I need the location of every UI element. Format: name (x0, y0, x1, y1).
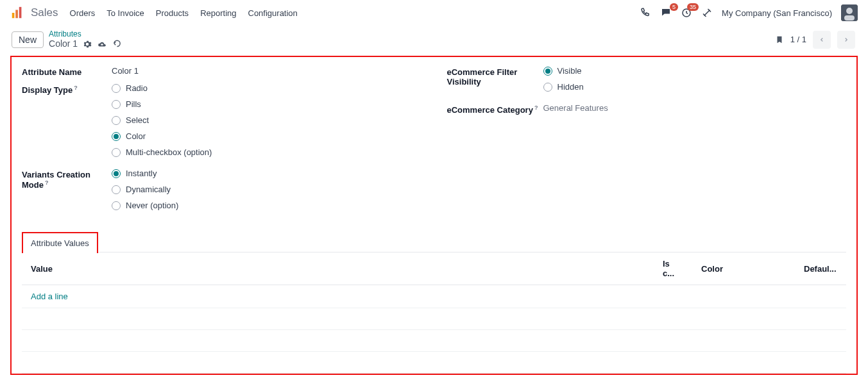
variants-dynamically[interactable]: Dynamically (112, 185, 421, 194)
phone-icon[interactable] (640, 7, 651, 19)
col-color[interactable]: Color (692, 252, 795, 285)
display-type-radio[interactable]: Radio (112, 83, 421, 93)
tab-attribute-values[interactable]: Attribute Values (22, 232, 98, 253)
variants-mode-label: Variants Creation Mode? (22, 169, 112, 190)
pager-text: 1 / 1 (790, 35, 806, 44)
messages-badge: 5 (670, 3, 678, 11)
ecom-category-value[interactable]: General Features (543, 103, 847, 113)
display-type-color[interactable]: Color (112, 131, 421, 141)
user-avatar[interactable] (841, 4, 858, 21)
cloud-upload-icon[interactable] (97, 40, 107, 49)
undo-icon[interactable] (112, 40, 122, 49)
svg-rect-0 (12, 13, 15, 18)
display-type-radio-group: Radio Pills Select Color Multi-checkbox … (112, 83, 421, 157)
topbar: Sales Orders To Invoice Products Reporti… (0, 0, 868, 26)
values-table: Value Is c... Color Defaul... Add a line (22, 252, 846, 374)
new-button[interactable]: New (12, 31, 44, 48)
ecom-filter-hidden[interactable]: Hidden (543, 82, 847, 92)
ecom-filter-label: eCommerce Filter Visibility (447, 66, 543, 87)
variants-instantly[interactable]: Instantly (112, 169, 421, 178)
gear-icon[interactable] (83, 40, 92, 49)
pager-prev-button[interactable] (813, 31, 831, 49)
svg-rect-1 (15, 10, 18, 18)
table-row (22, 352, 846, 374)
attribute-name-label: Attribute Name (22, 66, 112, 77)
nav-config[interactable]: Configuration (248, 8, 298, 18)
app-logo-icon (10, 6, 24, 20)
col-value[interactable]: Value (22, 252, 654, 285)
display-type-label: Display Type? (22, 83, 112, 95)
pager-next-button[interactable] (837, 31, 855, 49)
attribute-name-value[interactable]: Color 1 (112, 66, 421, 76)
col-is-custom[interactable]: Is c... (654, 252, 692, 285)
display-type-multi[interactable]: Multi-checkbox (option) (112, 147, 421, 157)
table-row (22, 330, 846, 352)
activities-icon[interactable]: 35 (681, 7, 692, 19)
svg-rect-6 (844, 15, 855, 21)
ecom-filter-visible[interactable]: Visible (543, 66, 847, 76)
display-type-select[interactable]: Select (112, 115, 421, 125)
company-selector[interactable]: My Company (San Francisco) (722, 8, 832, 18)
ecom-filter-radio-group: Visible Hidden (543, 66, 847, 92)
form-panel: Attribute Name Color 1 Display Type? Rad… (10, 56, 858, 375)
bookmark-icon[interactable] (775, 35, 784, 45)
display-type-pills[interactable]: Pills (112, 99, 421, 109)
add-line-link[interactable]: Add a line (31, 292, 68, 301)
svg-point-5 (846, 8, 853, 14)
variants-mode-radio-group: Instantly Dynamically Never (option) (112, 169, 421, 210)
variants-never[interactable]: Never (option) (112, 201, 421, 210)
nav-products[interactable]: Products (156, 8, 189, 18)
activities-badge: 35 (687, 3, 699, 11)
nav-reporting[interactable]: Reporting (200, 8, 236, 18)
tools-icon[interactable] (701, 7, 713, 19)
control-bar: New Attributes Color 1 1 / 1 (0, 26, 868, 56)
messages-icon[interactable]: 5 (660, 7, 672, 19)
table-row: Add a line (22, 285, 846, 308)
svg-rect-2 (19, 7, 22, 18)
nav-orders[interactable]: Orders (70, 8, 96, 18)
breadcrumb-parent[interactable]: Attributes (49, 29, 122, 38)
col-default[interactable]: Defaul... (795, 252, 846, 285)
breadcrumb-title: Color 1 (49, 38, 78, 49)
ecom-category-label: eCommerce Category? (447, 103, 543, 115)
app-name[interactable]: Sales (31, 6, 58, 19)
nav-to-invoice[interactable]: To Invoice (106, 8, 144, 18)
table-row (22, 308, 846, 330)
